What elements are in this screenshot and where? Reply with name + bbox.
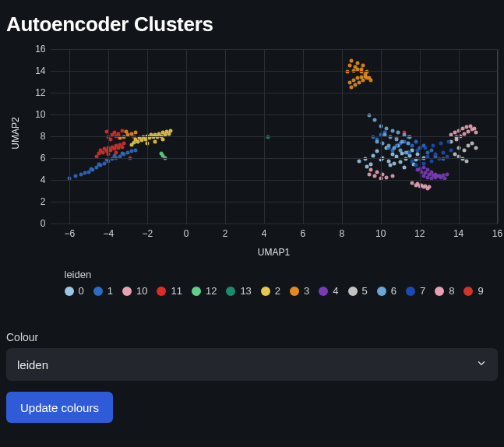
data-point[interactable] bbox=[373, 174, 377, 178]
data-point[interactable] bbox=[134, 148, 138, 152]
data-point[interactable] bbox=[347, 63, 351, 67]
data-point[interactable] bbox=[120, 152, 124, 156]
data-point[interactable] bbox=[120, 145, 124, 149]
data-point[interactable] bbox=[421, 161, 425, 165]
data-point[interactable] bbox=[134, 131, 138, 135]
data-point[interactable] bbox=[153, 139, 157, 143]
data-point[interactable] bbox=[414, 164, 418, 167]
x-tick-label: −6 bbox=[65, 228, 76, 239]
data-point[interactable] bbox=[433, 153, 437, 157]
data-point[interactable] bbox=[365, 164, 369, 168]
data-point[interactable] bbox=[474, 131, 478, 135]
data-point[interactable] bbox=[386, 144, 390, 148]
data-point[interactable] bbox=[464, 159, 468, 163]
data-point[interactable] bbox=[410, 144, 414, 148]
data-point[interactable] bbox=[369, 168, 373, 172]
data-point[interactable] bbox=[167, 132, 171, 136]
data-point[interactable] bbox=[471, 128, 474, 132]
legend-item[interactable]: 13 bbox=[226, 285, 251, 297]
legend-item[interactable]: 11 bbox=[157, 285, 182, 297]
legend-item[interactable]: 12 bbox=[192, 285, 217, 297]
data-point[interactable] bbox=[445, 172, 449, 176]
legend-item-label: 11 bbox=[171, 285, 182, 297]
data-point[interactable] bbox=[124, 130, 128, 134]
data-point[interactable] bbox=[386, 159, 390, 163]
data-point[interactable] bbox=[414, 139, 418, 143]
data-point[interactable] bbox=[385, 126, 389, 130]
data-point[interactable] bbox=[358, 159, 361, 163]
legend-item[interactable]: 6 bbox=[377, 285, 397, 297]
legend-item[interactable]: 7 bbox=[406, 285, 425, 297]
data-point[interactable] bbox=[375, 170, 379, 174]
data-point[interactable] bbox=[115, 150, 118, 154]
data-point[interactable] bbox=[385, 175, 389, 179]
data-point[interactable] bbox=[159, 152, 163, 156]
data-point[interactable] bbox=[369, 163, 373, 167]
data-point[interactable] bbox=[400, 139, 404, 143]
update-colours-button[interactable]: Update colours bbox=[6, 392, 113, 423]
data-point[interactable] bbox=[350, 59, 354, 63]
data-point[interactable] bbox=[355, 61, 359, 65]
data-point[interactable] bbox=[390, 153, 394, 157]
legend-item[interactable]: 9 bbox=[463, 285, 483, 297]
data-point[interactable] bbox=[375, 139, 379, 143]
data-point[interactable] bbox=[97, 163, 100, 167]
data-point[interactable] bbox=[89, 167, 93, 171]
data-point[interactable] bbox=[424, 146, 428, 150]
data-point[interactable] bbox=[437, 174, 441, 178]
data-point[interactable] bbox=[130, 143, 134, 146]
data-point[interactable] bbox=[373, 118, 377, 121]
legend-item[interactable]: 2 bbox=[261, 285, 280, 297]
colour-select-value: leiden bbox=[17, 358, 48, 371]
legend-swatch bbox=[226, 287, 235, 296]
data-point[interactable] bbox=[429, 159, 433, 163]
data-point[interactable] bbox=[441, 150, 445, 154]
legend-item[interactable]: 10 bbox=[122, 285, 147, 297]
data-point[interactable] bbox=[73, 174, 77, 178]
legend-item[interactable]: 5 bbox=[348, 285, 368, 297]
data-point[interactable] bbox=[429, 148, 433, 152]
data-point[interactable] bbox=[447, 139, 451, 143]
data-point[interactable] bbox=[432, 144, 435, 148]
data-point[interactable] bbox=[369, 79, 373, 83]
data-point[interactable] bbox=[449, 148, 453, 152]
legend-item[interactable]: 8 bbox=[435, 285, 454, 297]
data-point[interactable] bbox=[406, 142, 410, 146]
data-point[interactable] bbox=[393, 161, 397, 165]
legend-swatch bbox=[377, 287, 386, 296]
data-point[interactable] bbox=[428, 185, 432, 189]
data-point[interactable] bbox=[408, 150, 412, 154]
data-point[interactable] bbox=[161, 137, 165, 141]
data-point[interactable] bbox=[390, 174, 394, 178]
legend-item-label: 2 bbox=[275, 285, 280, 297]
data-point[interactable] bbox=[394, 137, 398, 141]
data-point[interactable] bbox=[463, 148, 467, 152]
data-point[interactable] bbox=[393, 146, 397, 150]
scatter-chart[interactable]: UMAP2 0246810121416 −6−4−20246810121416 … bbox=[7, 46, 498, 311]
legend-item[interactable]: 3 bbox=[290, 285, 309, 297]
data-point[interactable] bbox=[367, 172, 371, 176]
data-point[interactable] bbox=[389, 164, 393, 167]
colour-select[interactable]: leiden bbox=[6, 348, 498, 381]
data-point[interactable] bbox=[116, 132, 120, 136]
legend-item[interactable]: 0 bbox=[65, 285, 84, 297]
data-point[interactable] bbox=[398, 160, 402, 164]
legend-swatch bbox=[435, 287, 444, 296]
data-point[interactable] bbox=[410, 159, 414, 163]
data-point[interactable] bbox=[410, 181, 414, 185]
data-point[interactable] bbox=[398, 148, 402, 152]
data-point[interactable] bbox=[375, 150, 379, 153]
data-point[interactable] bbox=[390, 128, 394, 132]
chevron-down-icon bbox=[476, 358, 487, 371]
data-point[interactable] bbox=[474, 146, 478, 150]
legend-item[interactable]: 1 bbox=[93, 285, 113, 297]
data-point[interactable] bbox=[439, 142, 443, 146]
data-point[interactable] bbox=[402, 166, 406, 170]
x-tick-label: 6 bbox=[301, 228, 306, 239]
data-point[interactable] bbox=[354, 65, 358, 69]
data-point[interactable] bbox=[371, 153, 375, 157]
data-point[interactable] bbox=[361, 63, 365, 67]
legend-item[interactable]: 4 bbox=[319, 285, 338, 297]
data-point[interactable] bbox=[397, 131, 400, 135]
data-point[interactable] bbox=[471, 142, 474, 146]
